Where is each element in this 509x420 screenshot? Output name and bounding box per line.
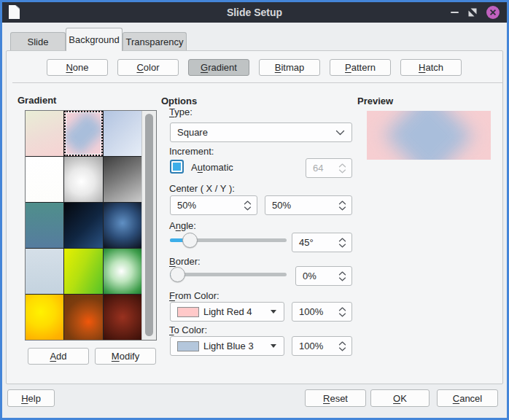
automatic-checkbox[interactable] bbox=[170, 160, 184, 174]
gradient-swatch[interactable] bbox=[64, 295, 102, 340]
angle-value: 45° bbox=[299, 237, 314, 248]
type-select[interactable]: Square bbox=[170, 122, 352, 142]
slider-track[interactable] bbox=[170, 273, 287, 276]
spin-up-icon[interactable] bbox=[338, 163, 346, 168]
spin-down-icon[interactable] bbox=[338, 346, 346, 351]
tab-transparency-label: Transparency bbox=[126, 36, 184, 47]
to-opacity-value: 100% bbox=[299, 341, 323, 351]
spin-down-icon[interactable] bbox=[338, 276, 346, 281]
spin-up-icon[interactable] bbox=[338, 200, 346, 205]
fill-type-button-row: None Color Gradient Bitmap Pattern Hatch bbox=[47, 59, 462, 76]
gradient-swatch[interactable] bbox=[26, 249, 63, 294]
fill-type-bitmap-button[interactable]: Bitmap bbox=[259, 59, 320, 76]
from-opacity-spinbox[interactable]: 100% bbox=[292, 302, 352, 322]
fill-type-color-button[interactable]: Color bbox=[117, 59, 179, 76]
spin-down-icon[interactable] bbox=[338, 168, 346, 174]
spin-down-icon[interactable] bbox=[338, 206, 346, 211]
to-color-label: To Color: bbox=[169, 324, 207, 335]
add-button[interactable]: Add bbox=[28, 348, 89, 365]
cancel-button[interactable]: Cancel bbox=[437, 389, 498, 407]
angle-spinbox[interactable]: 45° bbox=[292, 233, 352, 252]
center-x-spinbox[interactable]: 50% bbox=[170, 195, 257, 215]
gradient-preview bbox=[367, 111, 491, 160]
gradient-swatch[interactable] bbox=[26, 111, 63, 156]
separator-line bbox=[12, 82, 502, 83]
border-label: Border: bbox=[169, 256, 201, 267]
slide-setup-dialog: Slide Setup Slide Background Transparenc… bbox=[0, 0, 509, 420]
angle-slider[interactable] bbox=[170, 232, 287, 249]
tab-slide-label: Slide bbox=[28, 36, 49, 47]
close-button[interactable] bbox=[486, 6, 500, 19]
gradient-swatch[interactable] bbox=[64, 249, 102, 294]
tab-background[interactable]: Background bbox=[66, 28, 123, 51]
gradient-swatch-grid bbox=[26, 111, 141, 340]
to-opacity-spinbox[interactable]: 100% bbox=[292, 336, 352, 356]
spin-up-icon[interactable] bbox=[338, 341, 346, 346]
gradient-swatch[interactable] bbox=[64, 111, 102, 156]
fill-type-gradient-button[interactable]: Gradient bbox=[188, 59, 249, 76]
automatic-checkbox-label: Automatic bbox=[191, 162, 233, 173]
dropdown-arrow-icon bbox=[271, 310, 276, 314]
to-color-swatch bbox=[177, 341, 199, 351]
from-color-select[interactable]: Light Red 4 bbox=[170, 302, 284, 322]
to-color-value: Light Blue 3 bbox=[203, 341, 254, 351]
center-y-spinbox[interactable]: 50% bbox=[265, 195, 352, 215]
gradient-section-label: Gradient bbox=[18, 95, 56, 106]
spin-down-icon[interactable] bbox=[338, 312, 346, 317]
from-color-swatch bbox=[177, 307, 199, 317]
gradient-swatch[interactable] bbox=[104, 295, 141, 340]
reset-button[interactable]: Reset bbox=[305, 389, 366, 407]
spin-up-icon[interactable] bbox=[244, 200, 252, 205]
gradient-swatch[interactable] bbox=[104, 111, 141, 156]
center-label: Center ( X / Y ): bbox=[169, 183, 235, 194]
spin-up-icon[interactable] bbox=[338, 237, 346, 242]
type-select-value: Square bbox=[177, 127, 208, 138]
center-y-value: 50% bbox=[272, 200, 291, 211]
to-color-select[interactable]: Light Blue 3 bbox=[170, 336, 284, 356]
swatch-center-gradient bbox=[64, 111, 102, 156]
tab-slide[interactable]: Slide bbox=[10, 32, 66, 51]
fill-type-none-button[interactable]: None bbox=[47, 59, 108, 76]
spin-up-icon[interactable] bbox=[338, 306, 346, 311]
dropdown-arrow-icon bbox=[271, 344, 276, 348]
type-label: Type: bbox=[169, 106, 193, 117]
gradient-swatch[interactable] bbox=[64, 203, 102, 248]
gradient-swatch[interactable] bbox=[104, 249, 141, 294]
gradient-preset-list bbox=[25, 110, 157, 341]
window-title: Slide Setup bbox=[2, 7, 507, 18]
gradient-swatch[interactable] bbox=[26, 157, 63, 202]
fill-type-hatch-button[interactable]: Hatch bbox=[400, 59, 462, 76]
gradient-swatch[interactable] bbox=[104, 203, 141, 248]
scrollbar-thumb[interactable] bbox=[145, 114, 153, 336]
close-icon bbox=[489, 9, 497, 16]
slider-thumb[interactable] bbox=[170, 267, 185, 282]
gradient-swatch[interactable] bbox=[26, 203, 63, 248]
gradient-swatch[interactable] bbox=[104, 157, 141, 202]
tab-transparency[interactable]: Transparency bbox=[123, 32, 187, 51]
titlebar[interactable]: Slide Setup bbox=[2, 2, 507, 23]
gradient-swatch[interactable] bbox=[64, 157, 102, 202]
options-section-label: Options bbox=[161, 96, 197, 106]
from-color-value: Light Red 4 bbox=[203, 306, 252, 317]
restore-icon[interactable] bbox=[468, 8, 477, 17]
minimize-icon[interactable] bbox=[451, 12, 459, 13]
chevron-down-icon bbox=[335, 130, 345, 136]
center-x-value: 50% bbox=[177, 200, 196, 211]
help-button[interactable]: Help bbox=[7, 389, 55, 407]
gradient-list-scrollbar[interactable] bbox=[141, 111, 156, 340]
spin-down-icon[interactable] bbox=[244, 206, 252, 211]
spin-down-icon[interactable] bbox=[338, 243, 346, 248]
fill-type-pattern-button[interactable]: Pattern bbox=[330, 59, 391, 76]
spin-up-icon[interactable] bbox=[338, 271, 346, 276]
slider-thumb[interactable] bbox=[182, 233, 198, 248]
modify-button[interactable]: Modify bbox=[95, 348, 156, 365]
border-slider[interactable] bbox=[170, 266, 287, 284]
border-spinbox[interactable]: 0% bbox=[295, 266, 352, 286]
increment-spinbox: 64 bbox=[306, 158, 352, 178]
preview-section-label: Preview bbox=[357, 96, 393, 106]
increment-label: Increment: bbox=[169, 146, 214, 157]
ok-button[interactable]: OK bbox=[370, 389, 430, 407]
from-color-label: From Color: bbox=[169, 290, 219, 301]
increment-value: 64 bbox=[313, 163, 323, 174]
gradient-swatch[interactable] bbox=[26, 295, 63, 340]
